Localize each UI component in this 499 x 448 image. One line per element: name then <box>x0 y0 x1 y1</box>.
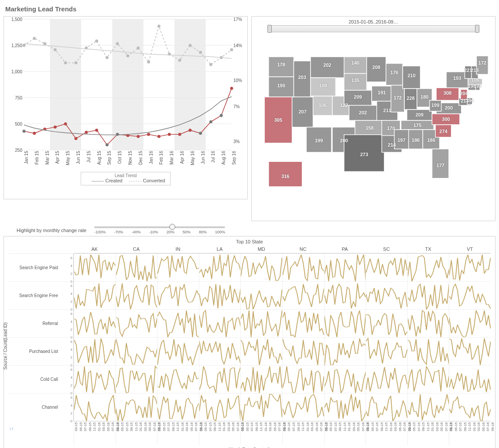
state-MN[interactable] <box>367 57 386 82</box>
sm-cell[interactable] <box>324 253 366 281</box>
state-CT[interactable] <box>468 84 475 90</box>
state-OR[interactable] <box>269 77 294 97</box>
sm-cell[interactable] <box>449 393 491 421</box>
sm-col-MD[interactable]: MD <box>240 245 282 253</box>
sm-cell[interactable] <box>199 253 241 281</box>
us-choropleth[interactable]: 1781903052032072021081061991222001401352… <box>256 41 491 202</box>
sm-cell[interactable] <box>240 393 282 421</box>
sm-cell[interactable] <box>407 281 449 309</box>
state-AK[interactable] <box>269 161 302 187</box>
sm-cell[interactable] <box>199 281 241 309</box>
sm-cell[interactable] <box>74 309 116 337</box>
state-SC[interactable] <box>435 125 451 137</box>
sm-row-search-engine-free[interactable]: Search Engine Free <box>8 281 61 309</box>
sm-cell[interactable] <box>407 309 449 337</box>
sm-cell[interactable] <box>157 253 199 281</box>
sm-cell[interactable] <box>116 365 157 393</box>
sm-cell[interactable] <box>240 281 282 309</box>
sm-cell[interactable] <box>282 309 324 337</box>
sm-col-TX[interactable]: TX <box>407 245 449 253</box>
state-WV[interactable] <box>430 100 441 111</box>
sm-cell[interactable] <box>282 365 324 393</box>
sm-cell[interactable] <box>74 365 116 393</box>
sm-cell[interactable] <box>366 281 407 309</box>
sm-cell[interactable] <box>116 281 157 309</box>
sm-cell[interactable] <box>324 309 366 337</box>
sm-row-search-engine-paid[interactable]: Search Engine Paid <box>8 253 61 281</box>
state-PA[interactable] <box>436 88 459 100</box>
date-range-slider[interactable]: 2015-01-05..2016-09… <box>256 19 491 32</box>
state-RI[interactable] <box>475 84 480 90</box>
state-TN[interactable] <box>401 120 434 130</box>
sm-cell[interactable] <box>407 393 449 421</box>
state-WY[interactable] <box>311 78 336 96</box>
sm-cell[interactable] <box>449 253 491 281</box>
state-WA[interactable] <box>269 57 294 77</box>
state-DE[interactable] <box>467 98 472 104</box>
sm-cell[interactable] <box>366 365 407 393</box>
state-KY[interactable] <box>407 109 432 120</box>
sm-cell[interactable] <box>157 281 199 309</box>
sm-cell[interactable] <box>240 309 282 337</box>
sm-col-VT[interactable]: VT <box>449 245 491 253</box>
sm-cell[interactable] <box>324 365 366 393</box>
state-CA[interactable] <box>264 97 292 143</box>
sm-cell[interactable] <box>240 253 282 281</box>
sm-cell[interactable] <box>407 365 449 393</box>
sm-cell[interactable] <box>116 337 157 365</box>
sm-cell[interactable] <box>157 309 199 337</box>
sm-cell[interactable] <box>282 281 324 309</box>
sm-cell[interactable] <box>74 281 116 309</box>
sm-cell[interactable] <box>366 393 407 421</box>
sm-cell[interactable] <box>116 253 157 281</box>
sm-cell[interactable] <box>74 253 116 281</box>
state-AZ[interactable] <box>306 127 332 152</box>
sm-col-NC[interactable]: NC <box>282 245 324 253</box>
sm-cell[interactable] <box>157 365 199 393</box>
sort-icon[interactable]: ↓↑ <box>7 425 14 431</box>
lead-trend-plot[interactable]: 2505007501,0001,2501,5003%7%10%14%17% <box>24 19 232 150</box>
state-IL[interactable] <box>391 85 404 112</box>
state-MT[interactable] <box>311 57 344 78</box>
sm-cell[interactable] <box>157 337 199 365</box>
sm-cell[interactable] <box>366 337 407 365</box>
state-ME[interactable] <box>476 56 488 74</box>
sm-row-referral[interactable]: Referral <box>8 309 61 337</box>
state-TX[interactable] <box>344 135 384 172</box>
sm-cell[interactable] <box>116 393 157 421</box>
state-KS[interactable] <box>349 106 376 121</box>
sm-row-purchased-list[interactable]: Purchased List <box>8 337 61 365</box>
sm-cell[interactable] <box>282 393 324 421</box>
sm-cell[interactable] <box>449 365 491 393</box>
state-AL[interactable] <box>409 130 423 149</box>
state-IN[interactable] <box>404 89 417 109</box>
state-ND[interactable] <box>344 57 367 73</box>
sm-cell[interactable] <box>157 393 199 421</box>
sm-col-LA[interactable]: LA <box>199 245 241 253</box>
state-FL[interactable] <box>432 149 449 178</box>
sm-cell[interactable] <box>199 393 241 421</box>
sm-cell[interactable] <box>282 337 324 365</box>
sm-cell[interactable] <box>240 365 282 393</box>
state-UT[interactable] <box>313 96 332 115</box>
sm-cell[interactable] <box>74 393 116 421</box>
sm-cell[interactable] <box>116 309 157 337</box>
state-OK[interactable] <box>355 120 384 135</box>
state-SD[interactable] <box>344 74 367 90</box>
sm-cell[interactable] <box>449 281 491 309</box>
sm-cell[interactable] <box>74 337 116 365</box>
sm-row-cold-call[interactable]: Cold Call <box>8 365 61 393</box>
sm-col-SC[interactable]: SC <box>366 245 407 253</box>
sm-cell[interactable] <box>324 337 366 365</box>
sm-cell[interactable] <box>449 337 491 365</box>
state-ID[interactable] <box>294 61 310 97</box>
sm-col-CA[interactable]: CA <box>116 245 157 253</box>
state-MS[interactable] <box>394 130 409 149</box>
sm-cell[interactable] <box>199 365 241 393</box>
state-WI[interactable] <box>386 63 403 85</box>
sm-col-AK[interactable]: AK <box>74 245 116 253</box>
state-NC[interactable] <box>432 114 460 125</box>
sm-col-PA[interactable]: PA <box>324 245 366 253</box>
sm-cell[interactable] <box>407 253 449 281</box>
sm-cell[interactable] <box>199 337 241 365</box>
